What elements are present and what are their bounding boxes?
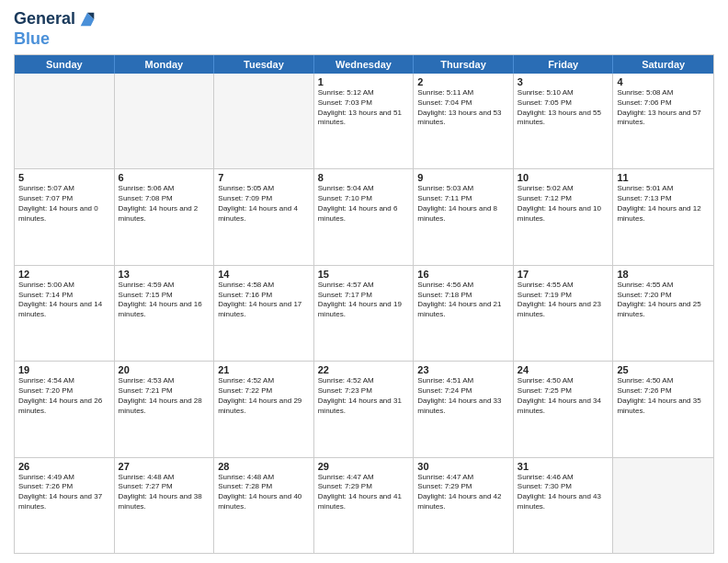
cell-details: Sunrise: 4:57 AMSunset: 7:17 PMDaylight:… xyxy=(318,281,410,320)
cell-details: Sunrise: 4:50 AMSunset: 7:26 PMDaylight:… xyxy=(617,376,710,416)
cell-details: Sunrise: 5:03 AMSunset: 7:11 PMDaylight:… xyxy=(417,184,509,224)
calendar-cell: 5Sunrise: 5:07 AMSunset: 7:07 PMDaylight… xyxy=(15,169,115,264)
day-number: 30 xyxy=(417,461,509,472)
header: General Blue xyxy=(14,9,714,49)
day-number: 17 xyxy=(518,269,609,280)
day-number: 26 xyxy=(18,461,110,472)
day-number: 10 xyxy=(518,172,609,183)
calendar-cell: 20Sunrise: 4:53 AMSunset: 7:21 PMDayligh… xyxy=(115,362,215,456)
cell-details: Sunrise: 4:52 AMSunset: 7:23 PMDaylight:… xyxy=(318,376,410,416)
cell-details: Sunrise: 4:53 AMSunset: 7:21 PMDaylight:… xyxy=(119,376,210,416)
calendar-cell xyxy=(115,74,215,168)
cell-details: Sunrise: 5:11 AMSunset: 7:04 PMDaylight:… xyxy=(417,88,509,128)
cell-details: Sunrise: 4:48 AMSunset: 7:27 PMDaylight:… xyxy=(119,473,210,512)
calendar-cell: 8Sunrise: 5:04 AMSunset: 7:10 PMDaylight… xyxy=(314,169,415,264)
calendar-cell: 16Sunrise: 4:56 AMSunset: 7:18 PMDayligh… xyxy=(414,266,514,361)
cell-details: Sunrise: 5:08 AMSunset: 7:06 PMDaylight:… xyxy=(617,88,710,128)
day-number: 24 xyxy=(518,364,609,375)
header-day-monday: Monday xyxy=(115,55,215,74)
day-number: 23 xyxy=(417,364,509,375)
calendar-cell: 6Sunrise: 5:06 AMSunset: 7:08 PMDaylight… xyxy=(115,169,215,264)
cell-details: Sunrise: 4:59 AMSunset: 7:15 PMDaylight:… xyxy=(119,281,210,320)
calendar-row-2: 5Sunrise: 5:07 AMSunset: 7:07 PMDaylight… xyxy=(15,169,713,265)
logo: General Blue xyxy=(14,9,97,49)
calendar-cell: 25Sunrise: 4:50 AMSunset: 7:26 PMDayligh… xyxy=(613,362,713,456)
calendar-cell xyxy=(214,74,314,168)
day-number: 16 xyxy=(417,269,509,280)
cell-details: Sunrise: 5:10 AMSunset: 7:05 PMDaylight:… xyxy=(518,88,609,128)
day-number: 31 xyxy=(518,461,609,472)
calendar-cell xyxy=(613,458,713,553)
calendar-row-3: 12Sunrise: 5:00 AMSunset: 7:14 PMDayligh… xyxy=(15,266,713,362)
calendar-body: 1Sunrise: 5:12 AMSunset: 7:03 PMDaylight… xyxy=(15,74,713,553)
calendar-row-4: 19Sunrise: 4:54 AMSunset: 7:20 PMDayligh… xyxy=(15,362,713,457)
calendar-cell: 29Sunrise: 4:47 AMSunset: 7:29 PMDayligh… xyxy=(314,458,415,553)
calendar-cell: 28Sunrise: 4:48 AMSunset: 7:28 PMDayligh… xyxy=(214,458,314,553)
day-number: 29 xyxy=(318,461,410,472)
cell-details: Sunrise: 4:55 AMSunset: 7:20 PMDaylight:… xyxy=(617,281,710,320)
calendar-cell: 10Sunrise: 5:02 AMSunset: 7:12 PMDayligh… xyxy=(514,169,614,264)
header-day-friday: Friday xyxy=(514,55,614,74)
calendar-cell: 17Sunrise: 4:55 AMSunset: 7:19 PMDayligh… xyxy=(514,266,614,361)
calendar-cell: 18Sunrise: 4:55 AMSunset: 7:20 PMDayligh… xyxy=(613,266,713,361)
cell-details: Sunrise: 5:02 AMSunset: 7:12 PMDaylight:… xyxy=(518,184,609,224)
cell-details: Sunrise: 5:01 AMSunset: 7:13 PMDaylight:… xyxy=(617,184,710,224)
cell-details: Sunrise: 5:00 AMSunset: 7:14 PMDaylight:… xyxy=(18,281,110,320)
page: General Blue SundayMondayTuesdayWednesda… xyxy=(0,0,728,563)
day-number: 5 xyxy=(18,172,110,183)
cell-details: Sunrise: 4:55 AMSunset: 7:19 PMDaylight:… xyxy=(518,281,609,320)
calendar-cell: 4Sunrise: 5:08 AMSunset: 7:06 PMDaylight… xyxy=(613,74,713,168)
cell-details: Sunrise: 4:48 AMSunset: 7:28 PMDaylight:… xyxy=(218,473,310,512)
day-number: 13 xyxy=(119,269,210,280)
calendar-cell: 21Sunrise: 4:52 AMSunset: 7:22 PMDayligh… xyxy=(214,362,314,456)
calendar-cell: 30Sunrise: 4:47 AMSunset: 7:29 PMDayligh… xyxy=(414,458,514,553)
calendar-row-5: 26Sunrise: 4:49 AMSunset: 7:26 PMDayligh… xyxy=(15,458,713,553)
day-number: 15 xyxy=(318,269,410,280)
calendar-cell xyxy=(15,74,115,168)
calendar-cell: 9Sunrise: 5:03 AMSunset: 7:11 PMDaylight… xyxy=(414,169,514,264)
cell-details: Sunrise: 4:58 AMSunset: 7:16 PMDaylight:… xyxy=(218,281,310,320)
logo-icon xyxy=(77,9,97,29)
calendar: SundayMondayTuesdayWednesdayThursdayFrid… xyxy=(14,54,714,554)
day-number: 2 xyxy=(417,76,509,87)
calendar-cell: 14Sunrise: 4:58 AMSunset: 7:16 PMDayligh… xyxy=(214,266,314,361)
header-day-sunday: Sunday xyxy=(15,55,115,74)
day-number: 21 xyxy=(218,364,310,375)
calendar-cell: 11Sunrise: 5:01 AMSunset: 7:13 PMDayligh… xyxy=(613,169,713,264)
cell-details: Sunrise: 5:07 AMSunset: 7:07 PMDaylight:… xyxy=(18,184,110,224)
calendar-cell: 15Sunrise: 4:57 AMSunset: 7:17 PMDayligh… xyxy=(314,266,415,361)
calendar-cell: 26Sunrise: 4:49 AMSunset: 7:26 PMDayligh… xyxy=(15,458,115,553)
calendar-cell: 2Sunrise: 5:11 AMSunset: 7:04 PMDaylight… xyxy=(414,74,514,168)
cell-details: Sunrise: 4:49 AMSunset: 7:26 PMDaylight:… xyxy=(18,473,110,512)
header-day-thursday: Thursday xyxy=(414,55,514,74)
header-day-wednesday: Wednesday xyxy=(314,55,415,74)
calendar-cell: 3Sunrise: 5:10 AMSunset: 7:05 PMDaylight… xyxy=(514,74,614,168)
day-number: 9 xyxy=(417,172,509,183)
calendar-header: SundayMondayTuesdayWednesdayThursdayFrid… xyxy=(15,55,713,74)
day-number: 28 xyxy=(218,461,310,472)
day-number: 4 xyxy=(617,76,710,87)
cell-details: Sunrise: 4:50 AMSunset: 7:25 PMDaylight:… xyxy=(518,376,609,416)
day-number: 27 xyxy=(119,461,210,472)
calendar-cell: 19Sunrise: 4:54 AMSunset: 7:20 PMDayligh… xyxy=(15,362,115,456)
calendar-cell: 23Sunrise: 4:51 AMSunset: 7:24 PMDayligh… xyxy=(414,362,514,456)
day-number: 18 xyxy=(617,269,710,280)
calendar-cell: 13Sunrise: 4:59 AMSunset: 7:15 PMDayligh… xyxy=(115,266,215,361)
cell-details: Sunrise: 4:46 AMSunset: 7:30 PMDaylight:… xyxy=(518,473,609,512)
day-number: 6 xyxy=(119,172,210,183)
cell-details: Sunrise: 5:12 AMSunset: 7:03 PMDaylight:… xyxy=(318,88,410,128)
cell-details: Sunrise: 4:47 AMSunset: 7:29 PMDaylight:… xyxy=(417,473,509,512)
day-number: 7 xyxy=(218,172,310,183)
day-number: 25 xyxy=(617,364,710,375)
cell-details: Sunrise: 4:47 AMSunset: 7:29 PMDaylight:… xyxy=(318,473,410,512)
calendar-cell: 7Sunrise: 5:05 AMSunset: 7:09 PMDaylight… xyxy=(214,169,314,264)
calendar-cell: 1Sunrise: 5:12 AMSunset: 7:03 PMDaylight… xyxy=(314,74,415,168)
day-number: 3 xyxy=(518,76,609,87)
header-day-saturday: Saturday xyxy=(613,55,713,74)
day-number: 8 xyxy=(318,172,410,183)
calendar-cell: 22Sunrise: 4:52 AMSunset: 7:23 PMDayligh… xyxy=(314,362,415,456)
cell-details: Sunrise: 4:54 AMSunset: 7:20 PMDaylight:… xyxy=(18,376,110,416)
calendar-cell: 27Sunrise: 4:48 AMSunset: 7:27 PMDayligh… xyxy=(115,458,215,553)
header-day-tuesday: Tuesday xyxy=(214,55,314,74)
logo-text: General xyxy=(14,10,75,29)
